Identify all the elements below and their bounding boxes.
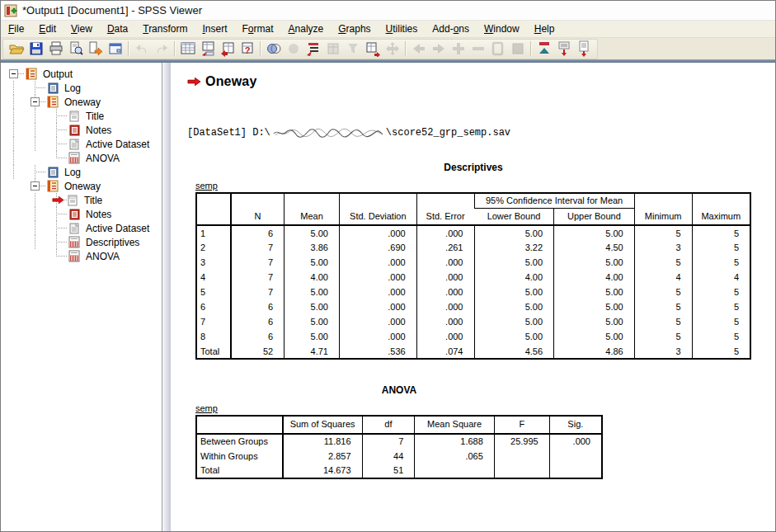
menu-help[interactable]: Help xyxy=(527,21,562,37)
outline-item-oneway-2[interactable]: Oneway xyxy=(2,95,162,109)
outline-item-notes-10[interactable]: Notes xyxy=(2,207,162,221)
select-cases-button xyxy=(343,40,363,58)
print-preview-button[interactable] xyxy=(66,40,86,58)
table-row: Total14.67351 xyxy=(196,464,602,478)
tree-guide xyxy=(24,109,45,123)
collapse-item-button xyxy=(468,40,488,58)
value-cell: 5 xyxy=(692,299,750,314)
stat-table-icon xyxy=(67,250,81,262)
glossary-button[interactable]: ? xyxy=(238,40,257,58)
collapse-item-icon xyxy=(470,40,487,57)
current-item-arrow-icon xyxy=(52,195,64,205)
window-title: *Output1 [Document1] - SPSS Viewer xyxy=(22,4,202,16)
toolbar-separator xyxy=(260,41,261,56)
outline-item-active-dataset-5[interactable]: Active Dataset xyxy=(2,137,162,151)
insert-heading-button[interactable] xyxy=(534,40,554,58)
tree-expander-minus[interactable] xyxy=(31,97,40,106)
undo-icon xyxy=(134,40,150,57)
save-file-button[interactable] xyxy=(26,40,46,58)
tree-expander-minus[interactable] xyxy=(9,69,18,78)
value-cell: 25.995 xyxy=(494,434,549,449)
outline-item-log-1[interactable]: Log xyxy=(2,81,162,95)
anova-table-caption: semp xyxy=(195,403,218,413)
toolbar-band: ? xyxy=(2,39,598,59)
stat-table-icon xyxy=(67,236,81,248)
outline-item-active-dataset-11[interactable]: Active Dataset xyxy=(2,221,162,235)
export-output-button[interactable] xyxy=(86,40,106,58)
menu-file[interactable]: File xyxy=(1,21,31,37)
tree-guide xyxy=(2,249,24,263)
value-cell: 4.86 xyxy=(554,344,635,359)
value-cell: 6 xyxy=(231,299,285,314)
insert-title-button[interactable] xyxy=(554,40,574,58)
value-cell: 5.00 xyxy=(554,314,635,329)
menu-view[interactable]: View xyxy=(63,21,100,37)
value-cell: 7 xyxy=(362,434,415,449)
insert-text-button[interactable] xyxy=(574,40,594,58)
menu-window[interactable]: Window xyxy=(477,21,527,37)
value-cell: 5.00 xyxy=(285,329,340,344)
value-cell: 5 xyxy=(692,285,750,299)
variables-button[interactable] xyxy=(218,40,238,58)
output-heading: Oneway xyxy=(205,74,257,89)
outline-item-title-3[interactable]: Title xyxy=(2,109,162,123)
print-button[interactable] xyxy=(46,40,66,58)
tree-connector xyxy=(45,109,67,123)
toolbar-separator xyxy=(530,41,532,56)
goto-case-button[interactable] xyxy=(198,40,218,58)
value-cell xyxy=(549,449,602,464)
menu-analyze[interactable]: Analyze xyxy=(281,21,332,37)
outline-item-log-7[interactable]: Log xyxy=(2,165,162,179)
spss-app-icon[interactable] xyxy=(4,4,17,17)
value-cell: 44 xyxy=(362,449,415,464)
menu-insert[interactable]: Insert xyxy=(195,21,234,37)
menu-edit[interactable]: Edit xyxy=(31,21,63,37)
outline-item-oneway-8[interactable]: Oneway xyxy=(2,179,162,193)
value-cell: 5.00 xyxy=(474,255,554,270)
column-header: Maximum xyxy=(692,193,750,225)
value-cell: .000 xyxy=(416,299,474,314)
tree-connector xyxy=(24,81,45,95)
goto-data-button[interactable] xyxy=(178,40,198,58)
value-cell: .690 xyxy=(340,240,417,255)
outline-item-label: Oneway xyxy=(63,97,102,108)
menu-utilities[interactable]: Utilities xyxy=(379,21,426,37)
descriptives-table[interactable]: NMeanStd. DeviationStd. Error95% Confide… xyxy=(195,192,751,360)
column-header xyxy=(196,416,283,433)
redo-icon xyxy=(153,40,170,57)
redacted-path-scribble xyxy=(271,127,385,139)
open-file-button[interactable] xyxy=(7,40,26,58)
row-label-cell: 3 xyxy=(196,255,231,270)
goto-output-item-button[interactable] xyxy=(363,40,383,58)
outline-item-anova-6[interactable]: ANOVA xyxy=(2,151,162,165)
menu-graphs[interactable]: Graphs xyxy=(331,21,378,37)
value-cell: .000 xyxy=(416,285,474,299)
pane-splitter[interactable] xyxy=(162,63,171,531)
outline-item-output-0[interactable]: Output xyxy=(2,67,162,81)
recall-dialog-button[interactable] xyxy=(106,40,125,58)
use-sets-button[interactable] xyxy=(264,40,284,58)
dataset-icon xyxy=(67,222,81,234)
value-cell: .065 xyxy=(415,449,495,464)
menu-transform[interactable]: Transform xyxy=(135,21,195,37)
menu-data[interactable]: Data xyxy=(100,21,135,37)
outline-item-notes-4[interactable]: Notes xyxy=(2,123,162,137)
tree-guide xyxy=(24,249,45,263)
select-last-output-button[interactable] xyxy=(303,40,323,58)
tree-guide xyxy=(2,193,24,207)
outline-item-descriptives-12[interactable]: Descriptives xyxy=(2,235,162,249)
value-cell: .536 xyxy=(340,344,417,359)
output-book-icon xyxy=(45,180,59,192)
tree-expander-minus[interactable] xyxy=(31,181,40,191)
tree-connector xyxy=(24,179,45,193)
column-subheader: Lower Bound xyxy=(474,209,554,226)
outline-item-anova-13[interactable]: ANOVA xyxy=(2,249,162,263)
menu-add-ons[interactable]: Add-ons xyxy=(425,21,477,37)
menu-format[interactable]: Format xyxy=(235,21,281,37)
outline-item-title-9[interactable]: Title xyxy=(2,193,162,207)
value-cell: 3 xyxy=(634,344,692,359)
demote-item-icon xyxy=(430,40,447,57)
value-cell: .074 xyxy=(416,344,474,359)
stat-table-icon xyxy=(67,152,81,164)
anova-table[interactable]: Sum of SquaresdfMean SquareFSig.Between … xyxy=(195,415,603,478)
